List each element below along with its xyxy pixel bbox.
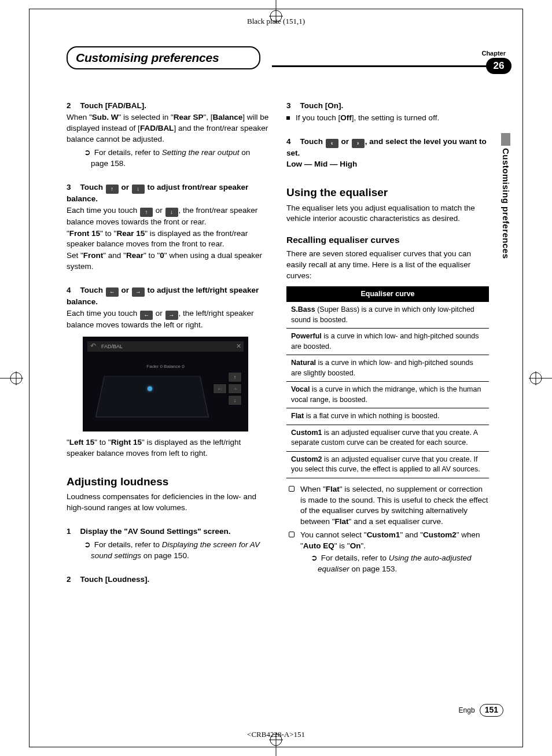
step-3-num: 3: [67, 183, 71, 191]
chevron-left-icon: ‹: [326, 139, 338, 148]
note-flat: When "Flat" is selected, no supplement o…: [286, 484, 489, 528]
ref-arrow-icon: ➲: [311, 554, 318, 562]
loud-step-2-num: 2: [67, 575, 71, 584]
step-4-body: Each time you touch ← or →, the left/rig…: [67, 308, 269, 331]
loud-step-2: 2Touch [Loudness].: [67, 574, 269, 585]
eq-curve-table: Equaliser curve S.Bass (Super Bass) is a…: [286, 286, 489, 478]
ref-arrow-icon: ➲: [84, 540, 91, 549]
eq-heading: Using the equaliser: [286, 185, 489, 201]
eq-table-row: S.Bass (Super Bass) is a curve in which …: [286, 302, 489, 329]
arrow-right-icon: →: [132, 287, 145, 297]
page-footer: Engb 151: [459, 704, 503, 717]
crop-mark-right: [529, 367, 552, 390]
eq-table-head: Equaliser curve: [286, 286, 489, 303]
after-shot-text: "Left 15" to "Right 15" is displayed as …: [67, 437, 269, 459]
chevron-right-icon: ›: [352, 139, 365, 148]
ref-arrow-icon: ➲: [84, 148, 91, 157]
side-tab-marker: [501, 133, 510, 146]
step-3-body1: Each time you touch ↑ or ↓, the front/re…: [67, 205, 269, 228]
plate-info: Black plate (151,1): [247, 16, 305, 27]
eq-table-row: Vocal is a curve in which the midrange, …: [286, 382, 489, 408]
arrow-up-icon: ↑: [140, 208, 153, 217]
eq-table-row: Flat is a flat curve in which nothing is…: [286, 408, 489, 425]
note-custom-ref: ➲ For details, refer to Using the auto-a…: [311, 553, 489, 575]
step-2-title: Touch [FAD/BAL].: [80, 101, 146, 110]
r-step-3: 3Touch [On].: [286, 101, 489, 112]
eq-intro: The equaliser lets you adjust equalisati…: [286, 203, 489, 225]
section-title-banner: Customising preferences: [67, 46, 260, 69]
loud-step-1-num: 1: [67, 527, 71, 536]
chapter-badge: 26: [486, 58, 511, 74]
arrow-right-icon: →: [165, 311, 178, 320]
loud-step-2-title: Touch [Loudness].: [80, 575, 150, 584]
screenshot-cursor-dot: [148, 386, 152, 391]
page-number: 151: [480, 704, 503, 717]
loud-step-1-title: Display the "AV Sound Settings" screen.: [80, 527, 231, 536]
step-3-head: 3Touch ↑ or ↓ to adjust front/rear speak…: [67, 182, 269, 205]
bullet-icon: [286, 116, 290, 120]
screenshot-title: FAD/BAL: [99, 343, 123, 351]
step-3-body3: Set "Front" and "Rear" to "0" when using…: [67, 250, 269, 272]
dpad-right-icon: →: [228, 383, 242, 394]
arrow-up-icon: ↑: [106, 185, 119, 194]
r-step-3-num: 3: [286, 101, 291, 110]
note-custom: You cannot select "Custom1" and "Custom2…: [286, 530, 489, 575]
section-title: Customising preferences: [76, 49, 251, 66]
note-box-icon: [289, 532, 295, 537]
arrow-down-icon: ↓: [165, 208, 178, 217]
recall-heading: Recalling equaliser curves: [286, 234, 489, 246]
crop-mark-left: [0, 367, 23, 390]
arrow-down-icon: ↓: [132, 185, 145, 194]
r-step-4: 4Touch ‹ or ›, and select the level you …: [286, 137, 489, 159]
loudness-heading: Adjusting loudness: [67, 474, 269, 490]
note-box-icon: [289, 486, 295, 492]
svg-point-7: [10, 373, 22, 384]
side-tab: Customising preferences: [500, 133, 511, 259]
dpad-up-icon: ↑: [228, 372, 242, 382]
eq-table-row: Custom1 is an adjusted equaliser curve t…: [286, 425, 489, 451]
r-step-3-title: Touch [On].: [300, 101, 344, 110]
screenshot-back-icon: ↶: [87, 341, 99, 351]
svg-point-10: [530, 373, 542, 384]
loud-step-1: 1Display the "AV Sound Settings" screen.: [67, 526, 269, 537]
screenshot-dpad: ↑ ←→ ↓: [210, 371, 242, 406]
step-2-num: 2: [67, 101, 71, 110]
recall-intro: There are seven stored equaliser curves …: [286, 249, 489, 282]
lang-code: Engb: [459, 706, 475, 716]
screenshot-close-icon: ✕: [236, 342, 241, 351]
arrow-left-icon: ←: [140, 311, 153, 320]
eq-table-row: Powerful is a curve in which low- and hi…: [286, 329, 489, 355]
loudness-intro: Loudness compensates for deficiencies in…: [67, 492, 269, 514]
step-4-num: 4: [67, 286, 71, 294]
dpad-left-icon: ←: [213, 383, 227, 394]
r-step-4-levels: Low — Mid — High: [286, 159, 489, 170]
loud-step-1-ref: ➲ For details, refer to Displaying the s…: [84, 540, 269, 562]
screenshot-labels: Fader 0 Balance 0: [83, 363, 248, 370]
screenshot-grid: [95, 376, 209, 417]
side-tab-text: Customising preferences: [500, 148, 512, 259]
eq-table-row: Custom2 is an adjusted equaliser curve t…: [286, 451, 489, 478]
r-step-3-bullet: If you touch [Off], the setting is turne…: [286, 113, 489, 124]
left-column: 2Touch [FAD/BAL]. When "Sub. W" is selec…: [67, 98, 269, 585]
step-2-body: When "Sub. W" is selected in "Rear SP", …: [67, 112, 269, 145]
eq-table-row: Natural is a curve in which low- and hig…: [286, 355, 489, 382]
arrow-left-icon: ←: [106, 287, 119, 297]
step-4-head: 4Touch ← or → to adjust the left/right s…: [67, 285, 269, 308]
step-2-head: 2Touch [FAD/BAL].: [67, 101, 269, 112]
r-step-4-num: 4: [286, 137, 291, 146]
step-2-ref: ➲ For details, refer to Setting the rear…: [84, 147, 269, 169]
doc-code: <CRB4228-A>151: [247, 729, 305, 740]
right-column: 3Touch [On]. If you touch [Off], the set…: [286, 98, 489, 585]
dpad-down-icon: ↓: [228, 395, 242, 405]
fad-bal-screenshot: ↶ FAD/BAL ✕ Fader 0 Balance 0 ↑ ←→ ↓: [83, 337, 248, 432]
step-3-body2: "Front 15" to "Rear 15" is displayed as …: [67, 228, 269, 250]
